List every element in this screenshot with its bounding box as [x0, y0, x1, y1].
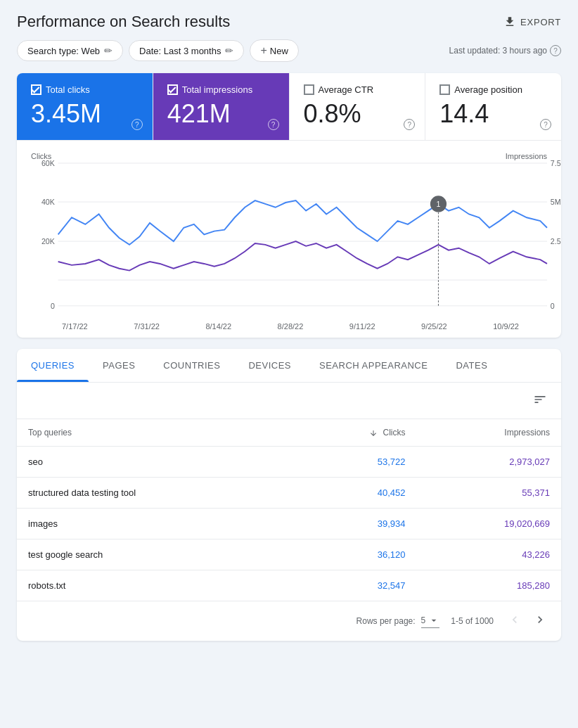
download-icon [503, 15, 516, 28]
table-row: robots.txt 32,547 185,280 [17, 570, 561, 601]
plus-icon: + [260, 44, 266, 57]
clicks-cell: 53,722 [293, 447, 416, 478]
edit-icon: ✏ [104, 45, 113, 56]
metric-label-clicks: Total clicks [46, 84, 90, 95]
impressions-cell: 2,973,027 [416, 447, 561, 478]
metric-average-ctr[interactable]: Average CTR 0.8% ? [290, 73, 426, 140]
table-row: test google search 36,120 43,226 [17, 539, 561, 570]
main-card: Total clicks 3.45M ? Total impressions 4… [17, 73, 561, 338]
performance-chart: 60K 40K 20K 0 7.5M 5M 2.5M 0 1 [31, 163, 547, 319]
help-icon-impressions[interactable]: ? [268, 119, 279, 130]
metric-checkbox-impressions[interactable] [167, 84, 178, 95]
query-cell: test google search [17, 539, 293, 570]
edit-icon: ✏ [225, 45, 233, 56]
sort-arrow-down [369, 428, 383, 438]
query-cell: robots.txt [17, 570, 293, 601]
svg-text:7.5M: 7.5M [551, 159, 561, 167]
metric-average-position[interactable]: Average position 14.4 ? [425, 73, 561, 140]
metric-value-impressions: 421M [167, 99, 275, 129]
tab-dates[interactable]: DATES [442, 349, 501, 382]
page-title: Performance on Search results [17, 13, 230, 31]
metric-label-impressions: Total impressions [182, 84, 252, 95]
filter-icon [533, 392, 547, 407]
clicks-cell: 39,934 [293, 509, 416, 539]
metric-checkbox-ctr[interactable] [304, 84, 314, 95]
x-axis-labels: 7/17/22 7/31/22 8/14/22 8/28/22 9/11/22 … [31, 319, 547, 331]
clicks-cell: 40,452 [293, 478, 416, 509]
help-icon-position[interactable]: ? [540, 119, 551, 130]
tab-queries[interactable]: QUERIES [17, 349, 89, 382]
export-button[interactable]: EXPORT [503, 15, 561, 28]
toolbar: Search type: Web ✏ Date: Last 3 months ✏… [0, 39, 578, 73]
clicks-cell: 32,547 [293, 570, 416, 601]
tab-search-appearance[interactable]: SEARCH APPEARANCE [305, 349, 442, 382]
help-icon[interactable]: ? [550, 45, 561, 56]
query-cell: images [17, 509, 293, 539]
svg-text:60K: 60K [41, 159, 55, 167]
metric-checkbox-position[interactable] [439, 84, 450, 95]
metric-value-position: 14.4 [439, 99, 547, 129]
svg-text:0: 0 [51, 302, 55, 310]
svg-text:40K: 40K [41, 198, 55, 206]
queries-table: Top queries Clicks Impressions seo 53,72… [17, 419, 561, 601]
svg-text:20K: 20K [41, 237, 55, 245]
chevron-left-icon [508, 613, 522, 627]
last-updated: Last updated: 3 hours ago ? [449, 45, 561, 56]
filter-row [17, 383, 561, 419]
rows-per-page-select[interactable]: 5 [421, 615, 440, 628]
table-card: QUERIES PAGES COUNTRIES DEVICES SEARCH A… [17, 349, 561, 641]
metric-value-ctr: 0.8% [304, 99, 411, 129]
metric-total-clicks[interactable]: Total clicks 3.45M ? [17, 73, 153, 140]
rows-per-page: Rows per page: 5 [357, 615, 440, 628]
impressions-cell: 55,371 [416, 478, 561, 509]
impressions-cell: 19,020,669 [416, 509, 561, 539]
query-cell: structured data testing tool [17, 478, 293, 509]
svg-text:0: 0 [551, 302, 555, 310]
search-type-filter[interactable]: Search type: Web ✏ [17, 40, 123, 61]
tab-devices[interactable]: DEVICES [234, 349, 305, 382]
table-row: seo 53,722 2,973,027 [17, 447, 561, 478]
column-filter-button[interactable] [530, 390, 550, 411]
chevron-right-icon [533, 613, 547, 627]
chart-right-label: Impressions [506, 152, 547, 160]
impressions-cell: 43,226 [416, 539, 561, 570]
chart-area: Clicks Impressions 60K 40K 20K 0 7.5M 5M… [17, 141, 561, 338]
next-page-button[interactable] [530, 611, 550, 631]
query-cell: seo [17, 447, 293, 478]
page-navigation [505, 611, 550, 631]
col-header-impressions: Impressions [416, 419, 561, 447]
table-row: structured data testing tool 40,452 55,3… [17, 478, 561, 509]
help-icon-clicks[interactable]: ? [131, 119, 143, 130]
impressions-cell: 185,280 [416, 570, 561, 601]
help-icon-ctr[interactable]: ? [404, 119, 415, 130]
metric-checkbox-clicks[interactable] [31, 84, 41, 95]
svg-text:2.5M: 2.5M [551, 237, 561, 245]
date-filter[interactable]: Date: Last 3 months ✏ [129, 40, 244, 61]
metric-total-impressions[interactable]: Total impressions 421M ? [153, 73, 290, 140]
table-header-row: Top queries Clicks Impressions [17, 419, 561, 447]
metric-value-clicks: 3.45M [31, 99, 139, 129]
header: Performance on Search results EXPORT [0, 0, 578, 39]
metric-label-ctr: Average CTR [319, 84, 374, 95]
metrics-row: Total clicks 3.45M ? Total impressions 4… [17, 73, 561, 141]
tab-countries[interactable]: COUNTRIES [149, 349, 234, 382]
dropdown-icon [428, 615, 439, 626]
pagination: Rows per page: 5 1-5 of 1000 [17, 601, 561, 641]
table-row: images 39,934 19,020,669 [17, 509, 561, 539]
metric-label-position: Average position [454, 84, 522, 95]
col-header-queries: Top queries [17, 419, 293, 447]
prev-page-button[interactable] [505, 611, 525, 631]
col-header-clicks[interactable]: Clicks [293, 419, 416, 447]
page-info: 1-5 of 1000 [451, 616, 494, 626]
annotation-label: 1 [437, 200, 441, 208]
tabs-row: QUERIES PAGES COUNTRIES DEVICES SEARCH A… [17, 349, 561, 383]
svg-text:5M: 5M [551, 198, 561, 206]
tab-pages[interactable]: PAGES [89, 349, 149, 382]
new-button[interactable]: + New [250, 39, 298, 62]
clicks-cell: 36,120 [293, 539, 416, 570]
